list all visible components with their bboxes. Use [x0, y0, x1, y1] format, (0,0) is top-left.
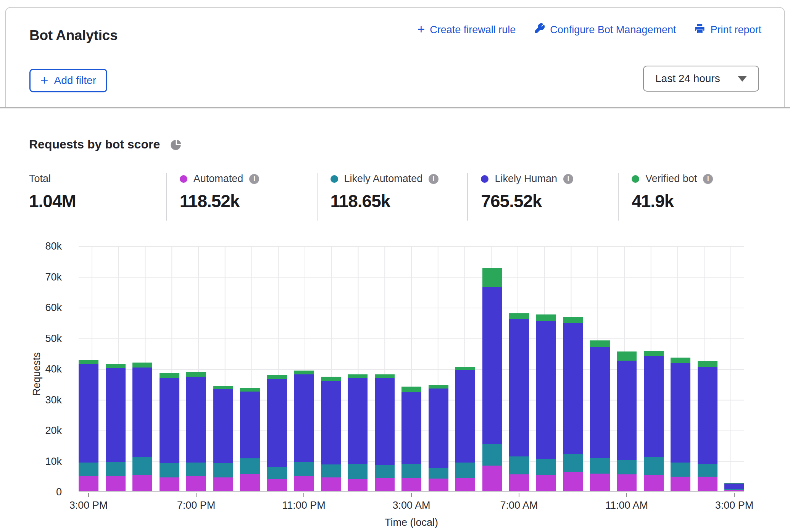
- bar-segment-likely-automated: [536, 459, 556, 475]
- x-tick-label: 11:00 PM: [282, 500, 326, 511]
- chart-bar[interactable]: [213, 246, 233, 491]
- bar-segment-verified-bot: [160, 373, 179, 378]
- chart-bar[interactable]: [160, 246, 179, 491]
- bar-segment-likely-human: [375, 378, 395, 465]
- chart-bar[interactable]: [482, 246, 502, 491]
- header-actions: + Create firewall rule Configure Bot Man…: [418, 23, 761, 37]
- chart-bar[interactable]: [375, 246, 395, 491]
- chart-bar[interactable]: [644, 246, 664, 491]
- bar-segment-automated: [724, 490, 744, 491]
- x-tick-mark: [519, 493, 519, 497]
- chart-bar[interactable]: [401, 246, 421, 491]
- add-filter-button[interactable]: + Add filter: [29, 69, 107, 92]
- bar-segment-likely-automated: [698, 464, 717, 477]
- requests-chart: Requests 010k20k30k40k50k60k70k80k 3:00 …: [0, 241, 790, 532]
- bar-segment-automated: [644, 475, 664, 491]
- chart-bar[interactable]: [321, 246, 341, 491]
- chart-bar[interactable]: [724, 246, 744, 491]
- bar-segment-likely-automated: [563, 454, 583, 472]
- chart-bar[interactable]: [348, 246, 368, 491]
- bar-segment-likely-human: [132, 368, 152, 457]
- chart-bar[interactable]: [132, 246, 152, 491]
- time-range-select[interactable]: Last 24 hours: [643, 66, 759, 92]
- plus-icon: +: [40, 73, 48, 87]
- bar-segment-automated: [294, 476, 314, 491]
- chart-bar[interactable]: [186, 246, 206, 491]
- bar-segment-automated: [455, 478, 475, 491]
- bar-segment-automated: [536, 475, 556, 491]
- chart-bar[interactable]: [563, 246, 583, 491]
- chart-bar[interactable]: [509, 246, 529, 491]
- stat-likely-human-label: Likely Human: [495, 173, 557, 185]
- bar-segment-verified-bot: [590, 340, 610, 347]
- y-tick-label: 80k: [45, 240, 62, 252]
- y-tick-label: 70k: [45, 271, 62, 283]
- bar-segment-verified-bot: [698, 361, 717, 367]
- x-tick-label: 3:00 PM: [69, 500, 108, 511]
- chart-bar[interactable]: [106, 246, 126, 491]
- bars: [79, 246, 744, 491]
- y-tick-label: 20k: [45, 425, 62, 437]
- bar-segment-likely-automated: [132, 457, 152, 475]
- bar-segment-verified-bot: [671, 358, 690, 363]
- stat-automated: Automated i 118.52k: [166, 173, 317, 221]
- chart-bar[interactable]: [698, 246, 717, 491]
- bar-segment-likely-human: [429, 389, 448, 468]
- bar-segment-verified-bot: [267, 375, 287, 379]
- print-report-label: Print report: [710, 24, 761, 36]
- info-icon[interactable]: i: [429, 174, 439, 184]
- stat-verified-bot: Verified bot i 41.9k: [618, 173, 769, 221]
- x-tick-mark: [411, 493, 412, 497]
- x-tick-label: 11:00 AM: [605, 500, 648, 511]
- print-report-link[interactable]: Print report: [694, 23, 761, 37]
- chart-bar[interactable]: [536, 246, 556, 491]
- chart-bar[interactable]: [79, 246, 98, 491]
- bar-segment-automated: [132, 475, 152, 491]
- bar-segment-verified-bot: [79, 360, 98, 364]
- header-card: Bot Analytics + Create firewall rule Con…: [5, 7, 785, 107]
- bar-segment-likely-automated: [429, 468, 448, 479]
- configure-bot-management-label: Configure Bot Management: [550, 24, 676, 36]
- configure-bot-management-link[interactable]: Configure Bot Management: [534, 23, 676, 37]
- x-tick-mark: [734, 493, 735, 497]
- bar-segment-likely-human: [536, 321, 556, 459]
- chart-bar[interactable]: [240, 246, 260, 491]
- chart-bar[interactable]: [429, 246, 448, 491]
- bar-segment-automated: [698, 477, 717, 491]
- bar-segment-likely-automated: [509, 456, 529, 474]
- stat-verified-bot-label: Verified bot: [645, 173, 697, 185]
- chart-bar[interactable]: [455, 246, 475, 491]
- bar-segment-verified-bot: [240, 388, 260, 392]
- chart-bar[interactable]: [671, 246, 690, 491]
- chart-bar[interactable]: [590, 246, 610, 491]
- automated-dot: [180, 175, 187, 183]
- bar-segment-likely-automated: [375, 465, 395, 478]
- bar-segment-likely-human: [240, 392, 260, 458]
- bar-segment-likely-human: [401, 392, 421, 464]
- info-icon[interactable]: i: [563, 174, 573, 184]
- chart-bar[interactable]: [267, 246, 287, 491]
- bar-segment-automated: [563, 472, 583, 491]
- bar-segment-likely-automated: [294, 462, 314, 476]
- section-head: Requests by bot score: [29, 137, 790, 152]
- bar-segment-likely-human: [321, 381, 341, 464]
- bar-segment-likely-automated: [617, 460, 637, 474]
- chart-bar[interactable]: [617, 246, 637, 491]
- bar-segment-likely-human: [79, 364, 98, 463]
- plot-area: [79, 246, 744, 492]
- bar-segment-automated: [213, 477, 233, 491]
- bar-segment-likely-automated: [482, 444, 502, 466]
- chart-bar[interactable]: [294, 246, 314, 491]
- create-firewall-rule-link[interactable]: + Create firewall rule: [418, 24, 516, 36]
- stat-likely-human: Likely Human i 765.52k: [467, 173, 618, 221]
- bar-segment-automated: [590, 474, 610, 491]
- bar-segment-automated: [267, 479, 287, 491]
- bar-segment-likely-human: [617, 361, 637, 461]
- info-icon[interactable]: i: [703, 174, 713, 184]
- bar-segment-likely-human: [455, 370, 475, 463]
- x-axis-ticks: 3:00 PM7:00 PM11:00 PM3:00 AM7:00 AM11:0…: [79, 492, 744, 515]
- stat-total-value: 1.04M: [29, 191, 166, 211]
- bar-segment-likely-automated: [348, 464, 368, 479]
- info-icon[interactable]: i: [249, 174, 259, 184]
- bar-segment-likely-human: [590, 347, 610, 458]
